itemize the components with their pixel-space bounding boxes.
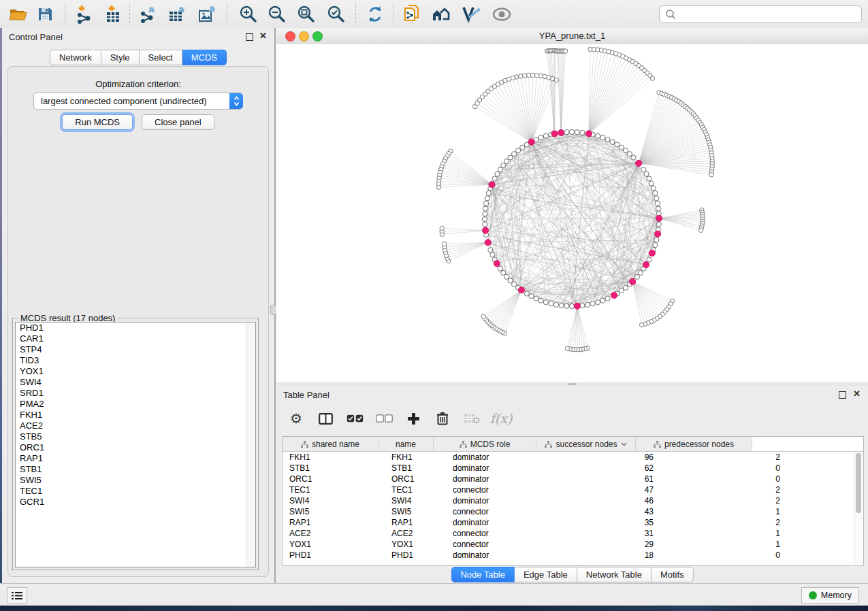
graph-node[interactable] — [495, 171, 500, 176]
cell[interactable]: PHD1 — [283, 550, 385, 560]
graph-leaf-node[interactable] — [515, 75, 519, 79]
graph-node[interactable] — [627, 152, 632, 156]
graph-node[interactable] — [575, 130, 579, 135]
graph-node[interactable] — [498, 266, 502, 271]
graph-leaf-node[interactable] — [534, 73, 539, 78]
cell[interactable]: TEC1 — [283, 485, 385, 495]
column-header-MCDS-role[interactable]: MCDS role — [434, 437, 536, 451]
tab-style[interactable]: Style — [101, 50, 140, 65]
cell[interactable]: YOX1 — [283, 540, 385, 549]
graph-hub-node-mcds[interactable] — [489, 182, 495, 188]
cell[interactable]: 29 — [555, 540, 664, 549]
graph-node[interactable] — [634, 274, 639, 279]
network-canvas[interactable] — [276, 44, 868, 382]
graph-node[interactable] — [539, 298, 543, 303]
graph-leaf-node[interactable] — [709, 173, 713, 177]
graph-leaf-node[interactable] — [639, 323, 643, 327]
tab-motifs[interactable]: Motifs — [652, 567, 694, 582]
graph-node[interactable] — [596, 300, 600, 305]
cell[interactable]: dominator — [446, 463, 555, 473]
graph-node[interactable] — [508, 278, 513, 283]
cell[interactable]: FKH1 — [283, 452, 385, 462]
tab-select[interactable]: Select — [140, 50, 182, 65]
graph-node[interactable] — [647, 176, 652, 181]
graph-node[interactable] — [656, 206, 661, 211]
graph-node[interactable] — [498, 167, 502, 172]
graph-node[interactable] — [564, 303, 569, 308]
search-box[interactable] — [659, 5, 862, 23]
graph-node[interactable] — [516, 148, 521, 153]
cell[interactable]: 18 — [555, 550, 664, 560]
graph-node[interactable] — [483, 212, 487, 216]
graph-node[interactable] — [590, 301, 595, 306]
mcds-result-item[interactable]: STB5 — [16, 431, 255, 442]
show-columns-icon[interactable] — [317, 413, 334, 425]
graph-hub-node-mcds[interactable] — [485, 240, 491, 246]
export-image-icon[interactable] — [196, 3, 219, 25]
graph-node[interactable] — [501, 270, 506, 275]
zoom-selected-icon[interactable] — [325, 3, 348, 25]
search-input[interactable] — [680, 9, 861, 20]
cell[interactable]: 35 — [555, 518, 664, 527]
graph-leaf-node[interactable] — [519, 74, 523, 78]
graph-leaf-node[interactable] — [565, 346, 569, 350]
graph-node[interactable] — [490, 252, 495, 257]
column-header-successor-nodes[interactable]: successor nodes — [536, 437, 636, 451]
graph-hub-node-mcds[interactable] — [656, 215, 662, 221]
memory-button[interactable]: Memory — [801, 587, 859, 604]
graph-leaf-node[interactable] — [554, 78, 558, 82]
mcds-result-item[interactable]: TID3 — [16, 355, 255, 366]
mcds-list-scrollbar[interactable] — [246, 323, 255, 567]
network-from-selection-icon[interactable] — [400, 3, 423, 25]
cell[interactable]: 46 — [555, 496, 664, 506]
graph-node[interactable] — [656, 222, 661, 227]
show-hide-eye-icon[interactable] — [490, 3, 513, 25]
table-row[interactable]: STB1STB1dominator620 — [283, 463, 863, 474]
graph-hub-node-mcds[interactable] — [611, 292, 617, 298]
graph-node[interactable] — [600, 135, 605, 140]
graph-leaf-node[interactable] — [650, 76, 654, 80]
cell[interactable]: STB1 — [283, 463, 385, 473]
graph-node[interactable] — [605, 137, 610, 142]
cell[interactable]: dominator — [446, 474, 555, 484]
table-row[interactable]: PHD1PHD1dominator180 — [283, 550, 863, 561]
cell[interactable]: dominator — [446, 518, 555, 527]
mcds-result-item[interactable]: SWI4 — [16, 377, 255, 388]
graph-leaf-node[interactable] — [539, 73, 543, 78]
zoom-fit-icon[interactable] — [295, 3, 318, 25]
mcds-result-item[interactable]: PMA2 — [16, 399, 255, 410]
graph-leaf-node[interactable] — [530, 73, 534, 77]
graph-hub-node-mcds[interactable] — [649, 250, 655, 256]
mcds-result-item[interactable]: STB1 — [16, 464, 255, 475]
graph-leaf-node[interactable] — [698, 228, 703, 232]
table-scrollbar[interactable] — [854, 452, 863, 565]
column-header-predecessor-nodes[interactable]: predecessor nodes — [636, 437, 752, 451]
cell[interactable]: RAP1 — [385, 518, 446, 527]
graph-node[interactable] — [486, 191, 491, 195]
cell[interactable]: dominator — [446, 550, 555, 560]
graph-node[interactable] — [649, 181, 654, 186]
cell[interactable]: SWI4 — [283, 496, 385, 506]
table-row[interactable]: FKH1FKH1dominator962 — [283, 452, 863, 463]
cell[interactable]: connector — [446, 507, 555, 516]
graph-hub-node-mcds[interactable] — [518, 287, 524, 293]
graph-hub-node-mcds[interactable] — [636, 160, 642, 166]
graph-leaf-node[interactable] — [436, 185, 440, 189]
table-row[interactable]: ORC1ORC1dominator610 — [283, 474, 863, 484]
task-history-button[interactable] — [7, 587, 27, 604]
graph-node[interactable] — [492, 176, 497, 181]
graph-node[interactable] — [655, 201, 660, 205]
graph-node[interactable] — [504, 274, 509, 279]
cell[interactable]: 1 — [664, 507, 791, 516]
cell[interactable]: 61 — [555, 474, 664, 484]
zoom-in-icon[interactable] — [237, 3, 260, 25]
table-row[interactable]: ACE2ACE2connector311 — [283, 528, 863, 539]
graph-node[interactable] — [539, 135, 543, 140]
graph-node[interactable] — [508, 155, 513, 160]
cell[interactable]: RAP1 — [283, 518, 385, 527]
graph-node[interactable] — [585, 302, 590, 307]
graph-node[interactable] — [600, 298, 605, 303]
column-header-shared-name[interactable]: shared name — [283, 437, 379, 451]
close-panel-button[interactable]: Close panel — [142, 114, 214, 130]
table-row[interactable]: RAP1RAP1dominator352 — [283, 517, 863, 528]
